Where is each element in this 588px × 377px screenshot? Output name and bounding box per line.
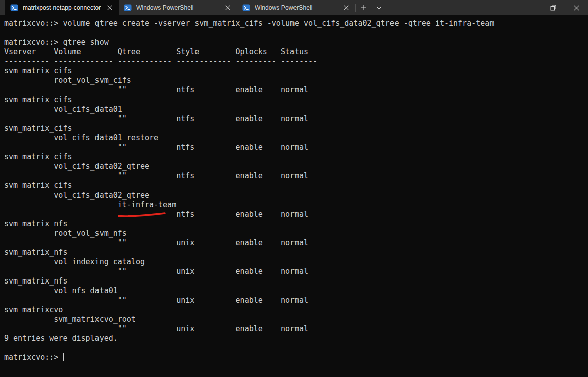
tab-3[interactable]: Windows PowerShell	[237, 0, 355, 15]
chevron-down-icon	[376, 6, 382, 10]
terminal-line: svm_matrix_nfs	[4, 248, 584, 257]
terminal-line: ---------- ------------- ------------ --…	[4, 57, 584, 66]
terminal-line: vol_cifs_data01_restore	[4, 133, 584, 143]
terminal-line: "" unix enable normal	[4, 324, 584, 334]
terminal-line: svm_matrixcvo_root	[4, 315, 584, 324]
powershell-icon	[124, 4, 132, 12]
terminal-line	[4, 28, 584, 38]
tab-close-icon[interactable]	[106, 4, 114, 12]
tab-title: Windows PowerShell	[255, 4, 338, 11]
terminal-line: "" unix enable normal	[4, 296, 584, 305]
terminal-line: "" unix enable normal	[4, 267, 584, 276]
terminal-line: matrixcvo::> qtree show	[4, 38, 584, 47]
powershell-icon	[10, 4, 18, 12]
terminal-line: vol_cifs_data02_qtree	[4, 162, 584, 171]
tab-title: Windows PowerShell	[136, 4, 219, 11]
terminal-line: 9 entries were displayed.	[4, 334, 584, 343]
terminal-line: "" unix enable normal	[4, 238, 584, 248]
terminal-line	[4, 343, 584, 353]
tab-close-icon[interactable]	[342, 4, 350, 12]
terminal-line: Vserver Volume Qtree Style Oplocks Statu…	[4, 47, 584, 57]
terminal-line: ntfs enable normal	[4, 210, 584, 219]
minimize-button[interactable]	[519, 0, 542, 15]
terminal-line: vol_indexing_catalog	[4, 257, 584, 267]
terminal-cursor	[63, 353, 64, 361]
terminal-line: svm_matrix_cifs	[4, 152, 584, 162]
terminal-line: root_vol_svm_nfs	[4, 229, 584, 238]
terminal-line: svm_matrix_cifs	[4, 95, 584, 105]
powershell-icon	[242, 4, 250, 12]
terminal-line: matrixcvo::>	[4, 353, 584, 362]
close-icon	[574, 5, 579, 11]
terminal-line: svm_matrix_cifs	[4, 124, 584, 133]
terminal-line: "" ntfs enable normal	[4, 114, 584, 124]
terminal-line: svm_matrixcvo	[4, 305, 584, 315]
terminal-line: "" ntfs enable normal	[4, 171, 584, 181]
terminal-line: "" ntfs enable normal	[4, 85, 584, 95]
terminal-line: svm_matrix_nfs	[4, 276, 584, 286]
close-button[interactable]	[565, 0, 588, 15]
minimize-icon	[528, 5, 533, 11]
plus-icon	[360, 5, 366, 11]
terminal-line: svm_matrix_nfs	[4, 219, 584, 229]
terminal-output: matrixcvo::> volume qtree create -vserve…	[4, 19, 584, 362]
terminal-line: svm_matrix_cifs	[4, 181, 584, 191]
terminal-window: matrixpost-netapp-connector Windows Powe…	[0, 0, 588, 377]
tab-1[interactable]: matrixpost-netapp-connector	[5, 0, 119, 15]
titlebar: matrixpost-netapp-connector Windows Powe…	[0, 0, 588, 15]
terminal-screen[interactable]: matrixcvo::> volume qtree create -vserve…	[0, 15, 588, 377]
terminal-line: vol_cifs_data02_qtree	[4, 191, 584, 200]
terminal-line: matrixcvo::> volume qtree create -vserve…	[4, 19, 584, 28]
tab-2[interactable]: Windows PowerShell	[119, 0, 237, 15]
terminal-line: it-infra-team	[4, 200, 584, 210]
terminal-line: vol_cifs_data01	[4, 105, 584, 114]
tab-strip: matrixpost-netapp-connector Windows Powe…	[0, 0, 386, 15]
terminal-line: vol_nfs_data01	[4, 286, 584, 296]
restore-icon	[550, 5, 556, 11]
tab-dropdown-button[interactable]	[371, 0, 386, 15]
terminal-line: svm_matrix_cifs	[4, 66, 584, 76]
terminal-line: root_vol_svm_cifs	[4, 76, 584, 85]
tab-title: matrixpost-netapp-connector	[23, 4, 101, 11]
maximize-restore-button[interactable]	[542, 0, 565, 15]
titlebar-drag-region[interactable]	[386, 0, 519, 15]
tab-close-icon[interactable]	[224, 4, 232, 12]
window-controls	[519, 0, 588, 15]
new-tab-button[interactable]	[356, 0, 371, 15]
terminal-line: "" ntfs enable normal	[4, 143, 584, 152]
